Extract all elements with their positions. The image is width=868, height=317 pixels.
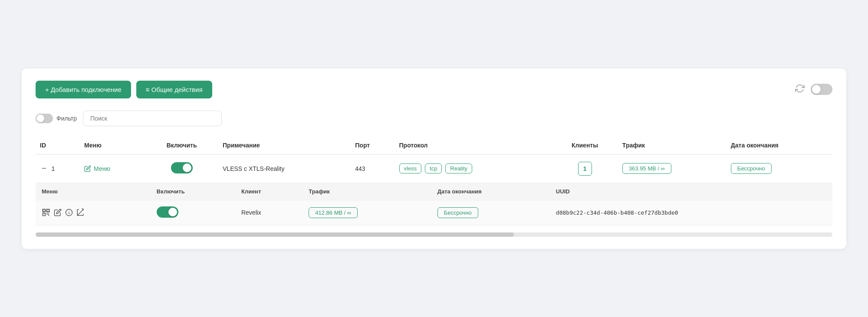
filter-toggle[interactable]: Фильтр [36, 114, 77, 123]
clients-count: 1 [578, 162, 592, 176]
col-menu: Меню [80, 137, 145, 154]
collapse-button[interactable]: − [40, 164, 48, 173]
sub-col-end-date: Дата окончания [431, 183, 550, 200]
col-end-date: Дата окончания [727, 137, 832, 154]
cell-minus-id: − 1 [36, 154, 80, 183]
menu-label: Меню [94, 165, 110, 172]
col-enabled: Включить [145, 137, 218, 154]
sub-cell-toggle [151, 200, 235, 225]
col-clients: Клиенты [552, 137, 618, 154]
main-table-header-row: ID Меню Включить Примечание Порт Протоко… [36, 137, 832, 154]
general-actions-button[interactable]: ≡ Общие действия [136, 81, 212, 98]
cell-menu: Меню [80, 154, 145, 183]
tag-reality: Reality [445, 163, 472, 173]
toolbar: + Добавить подключение ≡ Общие действия [36, 81, 832, 98]
main-table-body: − 1 Меню [36, 154, 832, 225]
col-id: ID [36, 137, 80, 154]
col-protocol: Протокол [395, 137, 552, 154]
sub-header-row: Меню Включить Клиент Трафик Дата окончан… [36, 183, 832, 200]
duplicate-icon[interactable] [76, 209, 84, 216]
tag-vless: vless [399, 163, 422, 173]
sub-row-toggle[interactable] [157, 206, 178, 218]
col-note: Примечание [218, 137, 351, 154]
sub-col-menu: Меню [36, 183, 151, 200]
cell-clients: 1 [552, 154, 618, 183]
filter-toggle-track[interactable] [36, 114, 53, 123]
edit-client-icon[interactable] [54, 209, 62, 216]
cell-traffic: 363.95 MB / ∞ [618, 154, 727, 183]
cell-port: 443 [351, 154, 395, 183]
qr-icon[interactable] [42, 208, 50, 217]
cell-toggle [145, 154, 218, 183]
svg-rect-0 [43, 209, 46, 212]
uuid-value: d08b9c22-c34d-406b-b408-cef27db3bde0 [556, 209, 678, 216]
col-traffic: Трафик [618, 137, 727, 154]
sub-col-client: Клиент [235, 183, 302, 200]
sub-cell-client: Revelix [235, 200, 302, 225]
sub-cell-end-date: Бессрочно [431, 200, 550, 225]
edit-icon [84, 165, 91, 172]
row-toggle[interactable] [171, 162, 193, 173]
menu-link[interactable]: Меню [84, 165, 141, 172]
sub-cell-icons [36, 200, 151, 225]
cell-end-date: Бессрочно [727, 154, 832, 183]
svg-rect-8 [43, 209, 46, 212]
table-row: − 1 Меню [36, 154, 832, 183]
svg-line-7 [48, 214, 49, 216]
horizontal-scrollbar[interactable] [36, 232, 832, 237]
info-icon[interactable] [65, 209, 73, 216]
svg-line-13 [77, 209, 83, 216]
filter-toggle-thumb [36, 114, 44, 122]
scrollbar-thumb [36, 232, 514, 237]
sub-table-cell: Меню Включить Клиент Трафик Дата окончан… [36, 183, 832, 225]
col-port: Порт [351, 137, 395, 154]
sub-end-date-badge: Бессрочно [437, 207, 478, 218]
row-id: 1 [52, 165, 55, 172]
cell-protocol: vless tcp Reality [395, 154, 552, 183]
sub-table-data-row: Revelix 412.86 MB / ∞ Бессрочно d08b9c22… [36, 200, 832, 225]
sub-table-row: Меню Включить Клиент Трафик Дата окончан… [36, 183, 832, 225]
main-table-head: ID Меню Включить Примечание Порт Протоко… [36, 137, 832, 154]
global-toggle[interactable] [811, 84, 832, 95]
toolbar-left: + Добавить подключение ≡ Общие действия [36, 81, 212, 98]
refresh-icon[interactable] [795, 84, 805, 95]
sub-action-icons [42, 208, 145, 217]
sub-col-enabled: Включить [151, 183, 235, 200]
main-container: + Добавить подключение ≡ Общие действия [22, 69, 846, 249]
traffic-badge: 363.95 MB / ∞ [622, 163, 671, 174]
end-date-badge: Бессрочно [731, 163, 772, 174]
main-table: ID Меню Включить Примечание Порт Протоко… [36, 137, 832, 225]
svg-rect-1 [47, 209, 49, 212]
sub-cell-uuid: d08b9c22-c34d-406b-b408-cef27db3bde0 [550, 200, 832, 225]
sub-table-body: Revelix 412.86 MB / ∞ Бессрочно d08b9c22… [36, 200, 832, 225]
svg-rect-9 [47, 209, 49, 212]
filter-label: Фильтр [56, 115, 77, 122]
sub-cell-traffic: 412.86 MB / ∞ [302, 200, 431, 225]
sub-table: Меню Включить Клиент Трафик Дата окончан… [36, 183, 832, 225]
cell-note: VLESS с XTLS-Reality [218, 154, 351, 183]
toolbar-right [795, 84, 832, 95]
sub-col-traffic: Трафик [302, 183, 431, 200]
tag-tcp: tcp [425, 163, 442, 173]
sub-table-head: Меню Включить Клиент Трафик Дата окончан… [36, 183, 832, 200]
sub-col-uuid: UUID [550, 183, 832, 200]
sub-traffic-badge: 412.86 MB / ∞ [309, 207, 358, 218]
add-connection-button[interactable]: + Добавить подключение [36, 81, 131, 98]
search-input[interactable] [83, 111, 222, 126]
filter-bar: Фильтр [36, 111, 832, 126]
svg-rect-2 [43, 213, 46, 216]
